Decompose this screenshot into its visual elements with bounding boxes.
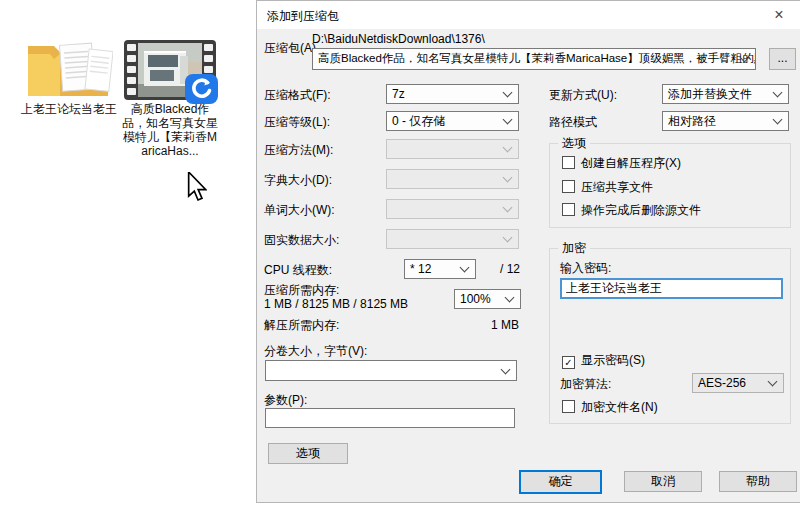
solid-block-label: 固实数据大小: [264, 233, 339, 247]
parameters-input[interactable] [265, 408, 515, 428]
cpu-threads-value: * 12 [410, 262, 431, 276]
parameters-label: 参数(P): [264, 393, 307, 407]
level-label: 压缩等级(L): [264, 115, 330, 129]
screen: { "glyphs": { "close": "×", "check": "✓"… [0, 0, 800, 505]
update-mode-value: 添加并替换文件 [668, 87, 752, 101]
options-button[interactable]: 选项 [268, 443, 348, 464]
mouse-cursor-icon [187, 172, 207, 205]
chevron-down-icon[interactable] [768, 377, 778, 387]
chevron-down-icon [503, 173, 513, 183]
chevron-down-icon [503, 233, 513, 243]
checkbox-label: 显示密码(S) [581, 353, 645, 367]
checkbox-encrypt-filenames[interactable]: 加密文件名(N) [562, 400, 658, 414]
cpu-threads-label: CPU 线程数: [264, 263, 332, 277]
update-mode-combobox[interactable]: 添加并替换文件 [662, 84, 789, 104]
method-label: 压缩方法(M): [264, 143, 333, 157]
ok-button[interactable]: 确定 [519, 470, 602, 494]
checkbox-label: 操作完成后删除源文件 [581, 203, 701, 217]
video-file-label[interactable]: 高质Blacked作品，知名写真女星模特儿【茉莉香MaricaHas... [120, 102, 220, 158]
dictionary-label: 字典大小(D): [264, 173, 332, 187]
format-combobox[interactable]: 7z [386, 84, 519, 104]
checkbox-icon [562, 180, 575, 193]
cancel-button[interactable]: 取消 [624, 471, 702, 492]
dialog-title: 添加到压缩包 [267, 8, 339, 25]
chevron-down-icon[interactable] [773, 115, 783, 125]
chevron-down-icon[interactable] [773, 88, 783, 98]
dictionary-combobox [386, 169, 519, 189]
format-value: 7z [392, 87, 405, 101]
encryption-groupbox: 加密 输入密码: ✓显示密码(S) 加密算法: AES-256 加密文件名(N) [549, 248, 791, 424]
word-size-label: 单词大小(W): [264, 203, 335, 217]
mem-percent-value: 100% [460, 292, 491, 306]
encryption-method-value: AES-256 [698, 376, 746, 390]
mem-percent-combobox[interactable]: 100% [454, 289, 521, 309]
checkbox-icon [562, 156, 575, 169]
archive-label: 压缩包(A) [264, 41, 316, 55]
password-input[interactable] [560, 278, 783, 299]
checkbox-checked-icon: ✓ [562, 356, 575, 369]
chevron-down-icon[interactable] [503, 115, 513, 125]
help-button[interactable]: 帮助 [719, 471, 797, 492]
path-mode-label: 路径模式 [549, 115, 597, 129]
chevron-down-icon[interactable] [460, 263, 470, 273]
dialog-titlebar: 添加到压缩包 × [257, 1, 800, 29]
password-label: 输入密码: [560, 261, 611, 275]
level-value: 0 - 仅存储 [392, 114, 445, 128]
mem-compress-label: 压缩所需内存: [264, 283, 339, 297]
checkbox-label: 创建自解压程序(X) [581, 156, 681, 170]
solid-block-combobox [386, 229, 519, 249]
chevron-down-icon [503, 203, 513, 213]
volume-size-label: 分卷大小，字节(V): [264, 344, 367, 358]
level-combobox[interactable]: 0 - 仅存储 [386, 111, 519, 131]
checkbox-icon [562, 400, 575, 413]
chevron-down-icon [503, 143, 513, 153]
options-groupbox: 选项 创建自解压程序(X) 压缩共享文件 操作完成后删除源文件 [549, 143, 791, 228]
mem-decompress-label: 解压所需内存: [264, 318, 339, 332]
path-mode-value: 相对路径 [668, 114, 716, 128]
chevron-down-icon[interactable] [505, 293, 515, 303]
chevron-down-icon[interactable] [503, 88, 513, 98]
cpu-threads-combobox[interactable]: * 12 [404, 259, 476, 279]
close-icon[interactable]: × [758, 1, 800, 29]
checkbox-delete-after[interactable]: 操作完成后删除源文件 [562, 203, 701, 217]
checkbox-create-sfx[interactable]: 创建自解压程序(X) [562, 156, 681, 170]
archive-path: D:\BaiduNetdiskDownload\1376\ [312, 32, 485, 46]
volume-size-combobox[interactable] [265, 360, 517, 381]
options-group-title: 选项 [558, 136, 590, 150]
add-to-archive-dialog: 添加到压缩包 × 压缩包(A) D:\BaiduNetdiskDownload\… [256, 0, 800, 503]
cpu-threads-max: / 12 [500, 262, 520, 276]
format-label: 压缩格式(F): [264, 88, 331, 102]
folder-icon-label[interactable]: 上老王论坛当老王 [14, 102, 124, 116]
word-size-combobox [386, 199, 519, 219]
encryption-group-title: 加密 [558, 241, 590, 255]
archive-name-value: 高质Blacked作品，知名写真女星模特儿【茉莉香MaricaHase】顶级媚黑… [318, 52, 756, 64]
chevron-down-icon[interactable] [501, 364, 511, 374]
mem-decompress-value: 1 MB [437, 318, 519, 332]
method-combobox [386, 139, 519, 159]
archive-name-combobox[interactable]: 高质Blacked作品，知名写真女星模特儿【茉莉香MaricaHase】顶级媚黑… [312, 48, 756, 70]
checkbox-shared-files[interactable]: 压缩共享文件 [562, 180, 653, 194]
browse-button[interactable]: ... [769, 48, 796, 70]
folder-icon[interactable] [25, 36, 113, 103]
checkbox-icon [562, 203, 575, 216]
path-mode-combobox[interactable]: 相对路径 [662, 111, 789, 131]
update-mode-label: 更新方式(U): [549, 88, 617, 102]
encryption-method-combobox[interactable]: AES-256 [692, 373, 784, 393]
mem-compress-detail: 1 MB / 8125 MB / 8125 MB [264, 297, 408, 311]
encryption-method-label: 加密算法: [560, 377, 611, 391]
checkbox-label: 加密文件名(N) [581, 400, 658, 414]
checkbox-show-password[interactable]: ✓显示密码(S) [562, 353, 645, 369]
checkbox-label: 压缩共享文件 [581, 180, 653, 194]
